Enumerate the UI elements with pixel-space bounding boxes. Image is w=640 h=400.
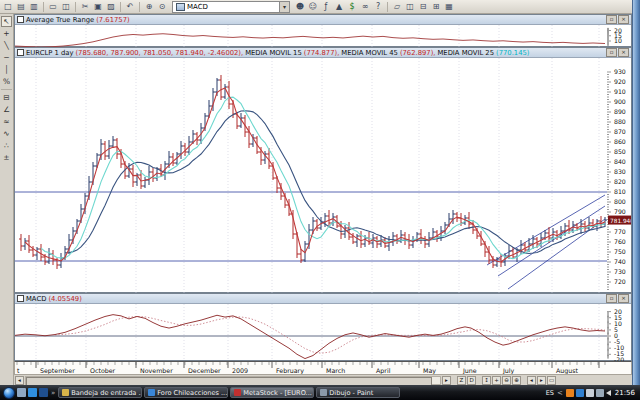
keyboard-language-indicator[interactable]: ES <box>546 389 554 397</box>
explorer-binoculars-icon[interactable]: ∞ <box>359 1 371 12</box>
hscroll-left-icon[interactable]: ◂ <box>15 376 24 385</box>
show-desktop-icon[interactable] <box>17 388 26 397</box>
month-label: November <box>140 367 173 374</box>
restore-pane-icon[interactable]: ▫ <box>606 294 617 303</box>
ma15-line <box>25 88 605 262</box>
close-pane-icon[interactable]: × <box>618 48 629 57</box>
macd-chart[interactable]: 20151050-5-10-15-20 <box>15 304 631 361</box>
chevron-down-icon[interactable]: ▾ <box>279 2 289 12</box>
periodicity-daily-icon[interactable]: D <box>467 376 476 385</box>
fibonacci-arc-tool-icon[interactable]: ∿ <box>1 128 12 139</box>
atr-value: (7.61757) <box>96 16 129 24</box>
background-window-edge <box>632 0 640 385</box>
zoom-in-icon[interactable]: ⊕ <box>512 376 521 385</box>
network-tray-icon[interactable] <box>596 389 604 397</box>
vertical-line-tool-icon[interactable]: │ <box>1 64 12 75</box>
open-icon[interactable]: ▤ <box>15 1 27 12</box>
price-axis-label: 830 <box>614 168 626 175</box>
undo-icon[interactable]: ↶ <box>124 1 136 12</box>
new-icon[interactable]: □ <box>2 1 14 12</box>
price-collapse-checkbox[interactable] <box>17 49 24 56</box>
tile-grid-icon[interactable]: ⊞ <box>430 1 442 12</box>
task-bandeja[interactable]: Bandeja de entrada ... <box>58 387 142 398</box>
price-axis-label: 840 <box>614 158 626 165</box>
task-bandeja-icon <box>62 389 69 396</box>
functions-icon[interactable]: ƒ <box>320 1 332 12</box>
messenger-tray-icon[interactable] <box>566 389 574 397</box>
tray-expand-icon[interactable]: < <box>556 389 564 397</box>
hscroll-right-icon[interactable]: ▸ <box>442 376 451 385</box>
view-box-icon[interactable]: ▭ <box>547 376 556 385</box>
price-axis-label: 900 <box>614 98 626 105</box>
fit-vertical-icon[interactable]: ↕ <box>482 376 491 385</box>
price-axis-label: 750 <box>614 248 626 255</box>
atr-line <box>15 34 605 47</box>
task-label: Bandeja de entrada ... <box>71 389 142 397</box>
task-foro[interactable]: Foro Chileacciones ... <box>144 387 228 398</box>
paste-icon[interactable]: ▨ <box>105 1 117 12</box>
save-icon[interactable]: ▥ <box>28 1 40 12</box>
internet-explorer-icon[interactable] <box>28 388 37 397</box>
step-right-icon[interactable]: ▸ <box>537 376 546 385</box>
step-left-icon[interactable]: ◂ <box>527 376 536 385</box>
update-tray-icon[interactable] <box>576 389 584 397</box>
price-axis-label: 850 <box>614 148 626 155</box>
start-button[interactable] <box>3 387 15 399</box>
taskbar-clock[interactable]: 21:56 <box>613 389 637 397</box>
tile-vertical-icon[interactable]: ◫ <box>404 1 416 12</box>
price-axis-label: 920 <box>614 78 626 85</box>
price-axis-label: 800 <box>614 198 626 205</box>
atr-collapse-checkbox[interactable] <box>17 16 24 23</box>
zoom-icon[interactable]: ⊙ <box>156 1 168 12</box>
pointer-tool-icon[interactable]: ↖ <box>1 16 12 27</box>
symbol-tools-icon[interactable]: ⊟ <box>1 92 12 103</box>
restore-pane-icon[interactable]: ▫ <box>606 15 617 24</box>
cycle-lines-tool-icon[interactable]: ± <box>1 152 12 163</box>
close-pane-icon[interactable]: × <box>618 294 629 303</box>
gann-tool-icon[interactable]: ∴ <box>1 140 12 151</box>
system-tester-icon[interactable]: ▲ <box>333 1 345 12</box>
print-icon[interactable]: ▭ <box>47 1 59 12</box>
month-label: 2009 <box>232 367 248 374</box>
price-panel-header: EURCLP 1 day (785.680, 787.900, 781.050,… <box>15 48 631 58</box>
indicator-quicklist-combo[interactable]: MACD▾ <box>172 1 290 13</box>
macd-collapse-checkbox[interactable] <box>17 295 24 302</box>
close-pane-icon[interactable]: × <box>618 15 629 24</box>
trendline-tool-icon[interactable]: ╲ <box>1 40 12 51</box>
print-preview-icon[interactable]: ◫ <box>60 1 72 12</box>
hscroll-track[interactable] <box>25 376 441 385</box>
crosshair-tool-icon[interactable]: + <box>1 28 12 39</box>
task-label: Foro Chileacciones ... <box>157 389 227 397</box>
restore-pane-icon[interactable]: ▫ <box>606 48 617 57</box>
tile-horizontal-icon[interactable]: ⊟ <box>417 1 429 12</box>
fibonacci-fan-tool-icon[interactable]: ≈ <box>1 116 12 127</box>
cascade-windows-icon[interactable]: ▱ <box>391 1 403 12</box>
crosshair-small-icon[interactable]: + <box>492 376 501 385</box>
task-paint-icon <box>320 389 327 396</box>
drawing-toolbar: ↖+╲─│%⊟∠≈∿∴± <box>0 14 14 385</box>
zoom-out-icon[interactable]: ⊖ <box>502 376 511 385</box>
percent-retracement-tool-icon[interactable]: % <box>1 76 12 87</box>
trend-channel-line <box>498 206 605 276</box>
task-paint[interactable]: Dibujo - Paint <box>316 387 400 398</box>
context-help-icon[interactable]: ? <box>372 1 384 12</box>
fibonacci-retracement-tool-icon[interactable]: ∠ <box>1 104 12 115</box>
expert-advisor-icon[interactable]: ☺ <box>307 1 319 12</box>
task-metastock[interactable]: MetaStock - [EURO... <box>230 387 314 398</box>
workspace-icon[interactable]: ▦ <box>443 1 455 12</box>
explorer-window-icon[interactable] <box>39 388 48 397</box>
quicklaunch-overflow-icon[interactable]: » <box>50 389 56 397</box>
main-chart[interactable]: 9309209109008908808708608508408308208108… <box>15 58 631 293</box>
cut-icon[interactable]: ✂ <box>79 1 91 12</box>
copy-icon[interactable]: ▣ <box>92 1 104 12</box>
horizontal-scrollbar[interactable]: ◂▸ZD↕+⊖⊕◂▸▭ <box>14 375 632 385</box>
volume-icon[interactable] <box>606 390 611 396</box>
atr-chart[interactable]: 201510 <box>15 25 631 47</box>
month-label: October <box>90 367 116 374</box>
horizontal-line-tool-icon[interactable]: ─ <box>1 52 12 63</box>
power-tray-icon[interactable] <box>586 389 594 397</box>
pan-icon[interactable]: ⊕ <box>143 1 155 12</box>
zoom-reset-icon[interactable]: Z <box>457 376 466 385</box>
quotes-icon[interactable]: $ <box>346 1 358 12</box>
indicator-quicklist-icon[interactable]: ☻ <box>294 1 306 12</box>
